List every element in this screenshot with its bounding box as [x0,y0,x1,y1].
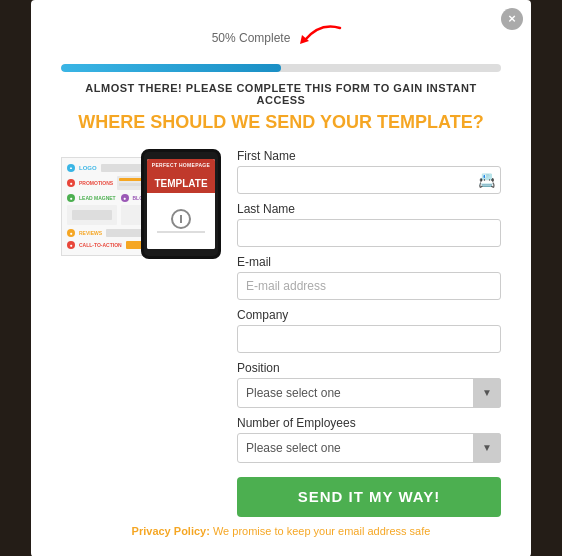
last-name-input[interactable] [237,219,501,247]
progress-bar-background [61,64,501,72]
company-input[interactable] [237,325,501,353]
company-group: Company [237,308,501,353]
last-name-group: Last Name [237,202,501,247]
progress-bar-fill [61,64,281,72]
position-group: Position Please select one ▼ [237,361,501,408]
employees-group: Number of Employees Please select one ▼ [237,416,501,463]
modal-container: × 50% Complete ALMOST THERE! PLEASE COMP… [31,0,531,556]
arrow-icon [290,20,350,60]
first-name-group: First Name 📇 [237,149,501,194]
tablet-title: TEMPLATE [154,178,207,189]
first-name-input[interactable] [237,166,501,194]
tablet-header-text: PERFECT HOMEPAGE [147,159,215,171]
email-label: E-mail [237,255,501,269]
last-name-label: Last Name [237,202,501,216]
submit-button[interactable]: SEND IT MY WAY! [237,477,501,517]
position-label: Position [237,361,501,375]
tablet-screen: PERFECT HOMEPAGE TEMPLATE [147,159,215,249]
form-section: First Name 📇 Last Name E-mail Company Po… [237,149,501,517]
main-heading: WHERE SHOULD WE SEND YOUR TEMPLATE? [61,112,501,133]
progress-section: 50% Complete [61,20,501,72]
vcard-icon: 📇 [478,172,495,188]
almost-there-text: ALMOST THERE! PLEASE COMPLETE THIS FORM … [61,82,501,106]
tablet-image: PERFECT HOMEPAGE TEMPLATE [141,149,221,259]
progress-label: 50% Complete [212,31,291,45]
company-label: Company [237,308,501,322]
privacy-body: We promise to keep your email address sa… [213,525,430,537]
privacy-text: Privacy Policy: We promise to keep your … [61,525,501,537]
employees-select[interactable]: Please select one [237,433,501,463]
content-row: ▲ LOGO ● PROMOTIONS [61,149,501,517]
diagram-lead: ● LEAD MAGNET [67,194,117,202]
privacy-label: Privacy Policy: [132,525,210,537]
email-input[interactable] [237,272,501,300]
email-group: E-mail [237,255,501,300]
close-button[interactable]: × [501,8,523,30]
left-image-section: ▲ LOGO ● PROMOTIONS [61,149,221,269]
employees-label: Number of Employees [237,416,501,430]
tablet-circle [171,209,191,229]
position-select[interactable]: Please select one [237,378,501,408]
first-name-label: First Name [237,149,501,163]
